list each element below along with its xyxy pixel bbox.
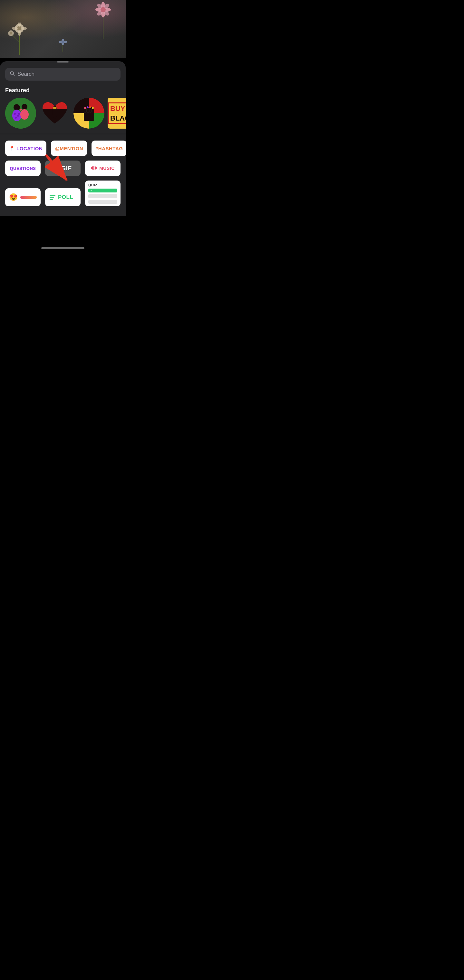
sticker-buttons-container: 📍 LOCATION @MENTION #HASHTAG QUESTIONS bbox=[0, 140, 126, 206]
svg-point-3 bbox=[17, 26, 22, 30]
svg-line-27 bbox=[13, 75, 14, 76]
story-background bbox=[0, 0, 126, 58]
drag-handle[interactable] bbox=[57, 61, 68, 62]
svg-point-19 bbox=[100, 7, 106, 12]
emoji-slider-track bbox=[20, 196, 37, 199]
home-indicator[interactable] bbox=[41, 247, 84, 249]
svg-point-47 bbox=[84, 107, 86, 109]
location-pin-icon: 📍 bbox=[9, 146, 14, 151]
search-bar[interactable]: Search bbox=[5, 68, 121, 81]
gif-sticker-button[interactable]: GIF bbox=[45, 161, 81, 176]
checkmark-icon: ✓ bbox=[90, 189, 93, 192]
sticker-picker-sheet: Search Featured bbox=[0, 61, 126, 216]
svg-point-32 bbox=[14, 113, 16, 115]
quiz-sticker-button[interactable]: QUIZ ✓ bbox=[85, 181, 121, 206]
featured-sticker-2[interactable] bbox=[39, 98, 70, 129]
svg-line-56 bbox=[57, 169, 59, 170]
mention-sticker-button[interactable]: @MENTION bbox=[51, 140, 87, 156]
quiz-correct-answer: ✓ bbox=[88, 189, 117, 192]
music-waveform-icon bbox=[91, 166, 97, 171]
svg-point-50 bbox=[92, 107, 94, 109]
emoji-face-icon: 😍 bbox=[9, 193, 18, 202]
search-icon bbox=[10, 71, 15, 77]
quiz-title-label: QUIZ bbox=[88, 183, 117, 187]
poll-label: POLL bbox=[58, 194, 73, 200]
featured-sticker-4[interactable]: BUY BLACK bbox=[108, 98, 126, 129]
svg-rect-59 bbox=[94, 166, 94, 170]
sticker-grid-row1: 📍 LOCATION @MENTION #HASHTAG bbox=[0, 140, 126, 156]
svg-point-33 bbox=[17, 115, 19, 117]
screen: Search Featured bbox=[0, 0, 126, 255]
gif-search-icon bbox=[54, 165, 59, 172]
svg-point-7 bbox=[21, 27, 27, 30]
small-flower-icon bbox=[58, 39, 68, 52]
search-placeholder: Search bbox=[17, 71, 35, 77]
quiz-wrong-answer-1 bbox=[88, 194, 117, 198]
mention-label: @MENTION bbox=[55, 146, 83, 151]
hashtag-sticker-button[interactable]: #HASHTAG bbox=[92, 140, 126, 156]
music-label: MUSIC bbox=[99, 166, 115, 171]
sticker-grid-row3: 😍 POLL QUIZ ✓ bbox=[0, 176, 126, 206]
quiz-wrong-answer-2 bbox=[88, 200, 117, 204]
svg-point-5 bbox=[18, 30, 21, 36]
svg-rect-58 bbox=[92, 166, 93, 170]
music-sticker-button[interactable]: MUSIC bbox=[85, 161, 121, 176]
location-label: LOCATION bbox=[16, 146, 43, 151]
svg-point-30 bbox=[22, 104, 27, 110]
poll-sticker-button[interactable]: POLL bbox=[45, 188, 81, 206]
sticker-grid-row2: QUESTIONS GIF bbox=[0, 156, 126, 176]
svg-point-48 bbox=[87, 107, 89, 108]
featured-sticker-3[interactable] bbox=[73, 98, 104, 129]
flowers-right-icon bbox=[90, 0, 116, 39]
gif-label: GIF bbox=[61, 165, 72, 172]
svg-text:BLACK: BLACK bbox=[110, 114, 126, 122]
location-sticker-button[interactable]: 📍 LOCATION bbox=[5, 140, 46, 156]
section-divider bbox=[0, 134, 126, 134]
questions-sticker-button[interactable]: QUESTIONS bbox=[5, 161, 41, 176]
svg-point-35 bbox=[18, 113, 20, 115]
hashtag-label: #HASHTAG bbox=[95, 146, 123, 151]
flowers-left-icon bbox=[6, 22, 32, 55]
svg-point-25 bbox=[62, 41, 64, 43]
svg-point-34 bbox=[15, 117, 17, 119]
svg-point-6 bbox=[12, 27, 18, 30]
svg-rect-57 bbox=[91, 167, 92, 169]
svg-rect-43 bbox=[84, 117, 94, 121]
svg-text:BUY: BUY bbox=[110, 105, 126, 113]
bottom-safe-area bbox=[0, 216, 126, 255]
svg-point-49 bbox=[89, 107, 91, 108]
featured-sticker-1[interactable]: ♥ bbox=[5, 98, 36, 129]
emoji-slider-sticker-button[interactable]: 😍 bbox=[5, 188, 41, 206]
featured-section-label: Featured bbox=[0, 87, 126, 94]
poll-lines-icon bbox=[49, 195, 56, 200]
svg-rect-61 bbox=[96, 167, 97, 169]
questions-label: QUESTIONS bbox=[10, 166, 36, 171]
featured-stickers-row: ♥ bbox=[0, 98, 126, 129]
svg-rect-60 bbox=[95, 166, 96, 170]
svg-point-9 bbox=[10, 32, 12, 35]
svg-rect-40 bbox=[53, 107, 57, 109]
svg-text:♥: ♥ bbox=[20, 108, 22, 112]
